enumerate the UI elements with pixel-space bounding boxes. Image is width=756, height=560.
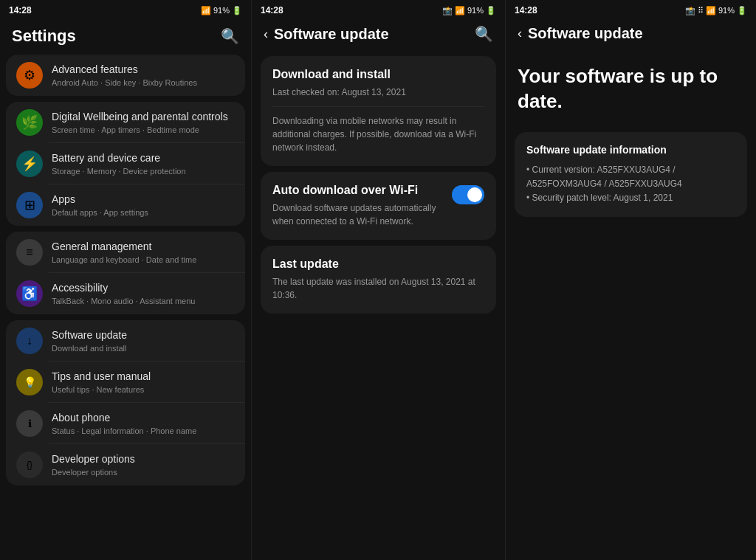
back-button[interactable]: ‹: [264, 27, 268, 42]
settings-group-advanced: ⚙ Advanced features Android Auto · Side …: [6, 55, 245, 96]
developer-sub: Developer options: [52, 467, 135, 477]
software-update-title: Software update: [274, 26, 389, 43]
back-button-3[interactable]: ‹: [518, 26, 522, 41]
advanced-features-icon: ⚙: [16, 62, 43, 89]
auto-download-text: Auto download over Wi-Fi Download softwa…: [272, 184, 444, 228]
settings-item-about-phone[interactable]: ℹ About phone Status · Legal information…: [6, 403, 245, 444]
last-update-title: Last update: [272, 257, 484, 271]
header-left: ‹ Software update: [264, 26, 389, 43]
about-phone-name: About phone: [52, 411, 196, 424]
developer-text: Developer options Developer options: [52, 452, 135, 477]
up-to-date-panel: 14:28 📸 ⠿ 📶 91% 🔋 ‹ Software update Your…: [505, 0, 756, 560]
last-update-description: The last update was installed on August …: [272, 275, 484, 302]
settings-item-digital-wellbeing[interactable]: 🌿 Digital Wellbeing and parental control…: [6, 102, 245, 143]
accessibility-icon: ♿: [16, 280, 43, 307]
settings-list: ⚙ Advanced features Android Auto · Side …: [0, 55, 251, 491]
software-update-icon: ↓: [16, 328, 43, 354]
software-update-header: ‹ Software update 🔍: [252, 21, 505, 50]
settings-item-apps[interactable]: ⊞ Apps Default apps · App settings: [6, 184, 245, 226]
developer-icon: {}: [16, 452, 43, 478]
apps-sub: Default apps · App settings: [52, 207, 148, 218]
status-icons-1: 📶 91% 🔋: [201, 6, 242, 15]
digital-wellbeing-icon: 🌿: [16, 109, 43, 136]
up-to-date-title: Software update: [528, 25, 643, 42]
download-install-checked: Last checked on: August 13, 2021: [272, 86, 484, 99]
update-cards-list: Download and install Last checked on: Au…: [252, 50, 505, 319]
auto-download-row: Auto download over Wi-Fi Download softwa…: [272, 184, 484, 228]
up-to-date-header: ‹ Software update: [506, 21, 756, 49]
advanced-features-text: Advanced features Android Auto · Side ke…: [52, 63, 197, 88]
general-sub: Language and keyboard · Date and time: [52, 255, 196, 265]
status-icons-2: 📸 📶 91% 🔋: [442, 6, 496, 15]
settings-item-tips[interactable]: 💡 Tips and user manual Useful tips · New…: [6, 362, 245, 403]
update-info-lines: • Current version: A525FXXU3AUG4 / A525F…: [526, 163, 735, 206]
settings-title: Settings: [12, 27, 76, 46]
status-bar-3: 14:28 📸 ⠿ 📶 91% 🔋: [506, 0, 756, 21]
tips-name: Tips and user manual: [52, 370, 151, 383]
settings-group-1: 🌿 Digital Wellbeing and parental control…: [6, 102, 245, 226]
update-info-title: Software update information: [526, 144, 735, 156]
update-info-line-2: • Security patch level: August 1, 2021: [526, 191, 735, 205]
battery-icon: ⚡: [16, 151, 43, 177]
status-time-2: 14:28: [261, 5, 284, 15]
last-update-card[interactable]: Last update The last update was installe…: [261, 246, 496, 314]
accessibility-sub: TalkBack · Mono audio · Assistant menu: [52, 296, 195, 306]
accessibility-name: Accessibility: [52, 281, 195, 294]
settings-item-general[interactable]: ≡ General management Language and keyboa…: [6, 232, 245, 273]
settings-item-software-update[interactable]: ↓ Software update Download and install: [6, 320, 245, 362]
status-bar-1: 14:28 📶 91% 🔋: [0, 0, 251, 21]
about-phone-text: About phone Status · Legal information ·…: [52, 411, 196, 436]
advanced-features-name: Advanced features: [52, 63, 197, 76]
search-button[interactable]: 🔍: [475, 25, 493, 43]
up-to-date-message: Your software is up to date.: [506, 49, 756, 132]
apps-name: Apps: [52, 193, 148, 206]
settings-header: Settings 🔍: [0, 21, 251, 55]
digital-wellbeing-name: Digital Wellbeing and parental controls: [52, 110, 228, 123]
download-install-title: Download and install: [272, 68, 484, 81]
advanced-features-sub: Android Auto · Side key · Bixby Routines: [52, 77, 197, 88]
settings-group-3: ↓ Software update Download and install 💡…: [6, 320, 245, 485]
software-update-name: Software update: [52, 328, 127, 342]
battery-name: Battery and device care: [52, 151, 186, 165]
auto-download-description: Download software updates automatically …: [272, 201, 444, 228]
apps-text: Apps Default apps · App settings: [52, 193, 148, 218]
settings-panel: 14:28 📶 91% 🔋 Settings 🔍 ⚙ Advanced feat…: [0, 0, 251, 560]
software-update-sub: Download and install: [52, 343, 127, 353]
battery-sub: Storage · Memory · Device protection: [52, 166, 186, 176]
status-icons-3: 📸 ⠿ 📶 91% 🔋: [685, 6, 747, 15]
auto-download-title: Auto download over Wi-Fi: [272, 184, 444, 197]
accessibility-text: Accessibility TalkBack · Mono audio · As…: [52, 281, 195, 306]
general-name: General management: [52, 240, 196, 253]
header-left-3: ‹ Software update: [518, 25, 643, 42]
software-update-text: Software update Download and install: [52, 328, 127, 353]
tips-text: Tips and user manual Useful tips · New f…: [52, 370, 151, 395]
battery-text: Battery and device care Storage · Memory…: [52, 151, 186, 176]
settings-item-developer[interactable]: {} Developer options Developer options: [6, 444, 245, 485]
software-update-panel: 14:28 📸 📶 91% 🔋 ‹ Software update 🔍 Down…: [251, 0, 505, 560]
about-phone-sub: Status · Legal information · Phone name: [52, 426, 196, 436]
about-phone-icon: ℹ: [16, 410, 43, 437]
tips-icon: 💡: [16, 369, 43, 395]
status-time-3: 14:28: [515, 5, 537, 15]
card-divider-1: [272, 106, 484, 107]
status-bar-2: 14:28 📸 📶 91% 🔋: [252, 0, 505, 21]
general-text: General management Language and keyboard…: [52, 240, 196, 265]
download-install-description: Downloading via mobile networks may resu…: [272, 114, 484, 154]
search-icon[interactable]: 🔍: [221, 27, 239, 45]
download-install-card[interactable]: Download and install Last checked on: Au…: [261, 56, 496, 166]
update-info-card: Software update information • Current ve…: [515, 132, 747, 218]
digital-wellbeing-text: Digital Wellbeing and parental controls …: [52, 110, 228, 135]
digital-wellbeing-sub: Screen time · App timers · Bedtime mode: [52, 125, 228, 135]
general-icon: ≡: [16, 239, 43, 266]
settings-group-2: ≡ General management Language and keyboa…: [6, 232, 245, 314]
settings-item-advanced-features[interactable]: ⚙ Advanced features Android Auto · Side …: [6, 55, 245, 96]
auto-download-card[interactable]: Auto download over Wi-Fi Download softwa…: [261, 172, 496, 240]
settings-item-accessibility[interactable]: ♿ Accessibility TalkBack · Mono audio · …: [6, 273, 245, 314]
tips-sub: Useful tips · New features: [52, 384, 151, 395]
apps-icon: ⊞: [16, 192, 43, 218]
auto-download-toggle[interactable]: [452, 185, 484, 204]
update-info-line-1: • Current version: A525FXXU3AUG4 / A525F…: [526, 163, 735, 191]
status-time-1: 14:28: [9, 5, 32, 15]
developer-name: Developer options: [52, 452, 135, 466]
settings-item-battery[interactable]: ⚡ Battery and device care Storage · Memo…: [6, 143, 245, 184]
